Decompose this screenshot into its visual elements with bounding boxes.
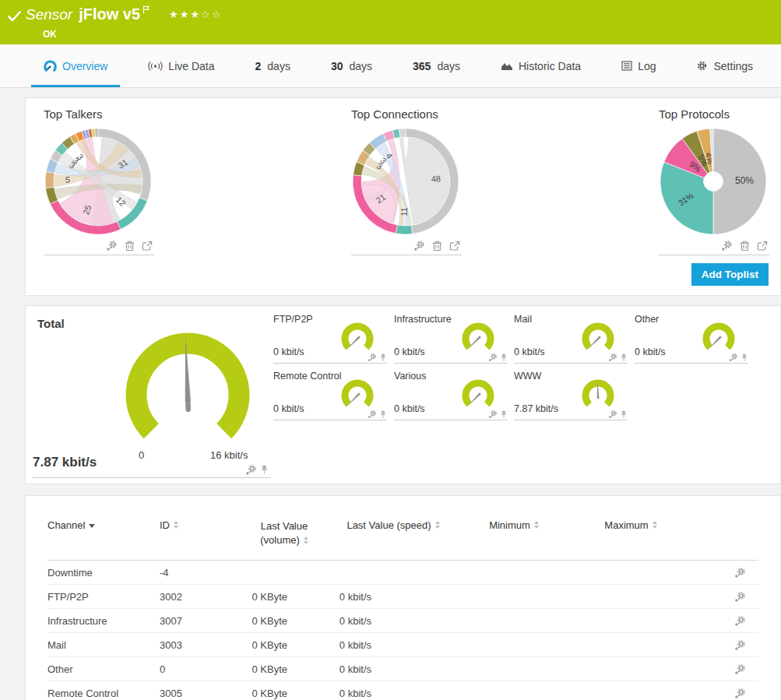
status-ok-check-icon bbox=[8, 11, 21, 22]
column-header-volume[interactable]: Last Value(volume) bbox=[237, 519, 331, 547]
cell-speed: 0 kbit/s bbox=[331, 688, 456, 699]
priority-stars[interactable]: ★★★☆☆ bbox=[169, 9, 222, 20]
channel-gauge-label: WWW bbox=[514, 371, 541, 382]
toplist-delete-trash-icon[interactable] bbox=[432, 240, 442, 252]
cell-volume: 0 KByte bbox=[237, 688, 331, 699]
tab-2-days[interactable]: 2days bbox=[255, 44, 290, 87]
channel-gauge-value: 0 kbit/s bbox=[514, 346, 545, 357]
channel-settings-gear-icon[interactable] bbox=[734, 567, 746, 579]
live-icon bbox=[148, 61, 163, 72]
channel-gauge-value: 0 kbit/s bbox=[394, 346, 425, 357]
tab-bar: OverviewLive Data2days30days365daysHisto… bbox=[0, 44, 781, 88]
toplist-top-protocols: Top Protocols50%31%9%5%4% bbox=[659, 107, 769, 255]
channel-gauge-label: Remote Control bbox=[273, 371, 342, 382]
toplist-delete-trash-icon[interactable] bbox=[740, 240, 750, 252]
channel-gauge-value: 0 kbit/s bbox=[394, 403, 425, 414]
tab-overview[interactable]: Overview bbox=[44, 44, 107, 87]
channel-gauge-value: 0 kbit/s bbox=[273, 403, 304, 414]
gauge-pin-pin-icon[interactable] bbox=[501, 410, 507, 419]
channel-settings-gear-icon[interactable] bbox=[734, 688, 746, 699]
gauge-settings-gear-icon[interactable] bbox=[245, 464, 257, 476]
tab-live-data[interactable]: Live Data bbox=[148, 44, 214, 87]
cell-speed: 0 kbit/s bbox=[331, 663, 456, 675]
channel-settings-gear-icon[interactable] bbox=[734, 615, 746, 627]
toplist-open-external-link-icon[interactable] bbox=[449, 241, 460, 252]
gauge-settings-gear-icon[interactable] bbox=[608, 353, 617, 362]
channel-gauge-label: Various bbox=[394, 371, 426, 382]
gauge-pin-pin-icon[interactable] bbox=[380, 354, 386, 362]
channel-gauge-value: 0 kbit/s bbox=[273, 346, 304, 357]
cell-channel: Mail bbox=[47, 639, 160, 651]
table-row-other[interactable]: Other00 KByte0 kbit/s bbox=[47, 657, 758, 681]
channel-gauge-dial bbox=[459, 378, 497, 413]
svg-text:48: 48 bbox=[431, 174, 441, 184]
tab-30-days[interactable]: 30days bbox=[331, 44, 372, 87]
toplist-open-external-link-icon[interactable] bbox=[142, 241, 153, 252]
cell-channel: Infrastructure bbox=[47, 615, 160, 627]
column-header-min[interactable]: Minimum bbox=[456, 519, 572, 531]
cell-volume: 0 KByte bbox=[237, 591, 331, 603]
cell-channel: Remote Control bbox=[47, 688, 160, 699]
table-row-remote-control[interactable]: Remote Control30050 KByte0 kbit/s bbox=[47, 681, 758, 700]
toplist-title: Top Connections bbox=[351, 107, 462, 121]
gauge-pin-pin-icon[interactable] bbox=[621, 410, 627, 419]
stars-filled: ★★★ bbox=[169, 9, 201, 20]
cell-channel: Downtime bbox=[47, 567, 160, 579]
toplist-open-external-link-icon[interactable] bbox=[757, 241, 768, 252]
sensor-name: jFlow v5 bbox=[79, 5, 140, 23]
column-label: Maximum bbox=[604, 519, 648, 531]
channel-gauge-dial bbox=[459, 321, 497, 357]
cell-channel: Other bbox=[47, 663, 160, 675]
total-gauge-block: Total 0 16 kbit/s 7.87 kbit/s bbox=[33, 312, 271, 478]
add-toplist-button[interactable]: Add Toplist bbox=[691, 263, 769, 286]
toplist-settings-gear-icon[interactable] bbox=[413, 240, 425, 252]
column-header-id[interactable]: ID bbox=[160, 519, 237, 531]
log-icon bbox=[621, 61, 632, 71]
tab-settings[interactable]: Settings bbox=[696, 44, 753, 87]
tab-log[interactable]: Log bbox=[621, 44, 656, 87]
gauge-settings-gear-icon[interactable] bbox=[608, 410, 617, 419]
tab-365-days[interactable]: 365days bbox=[413, 44, 460, 87]
channel-gauge-infrastructure: Infrastructure0 kbit/s bbox=[394, 314, 508, 364]
gauge-pin-pin-icon[interactable] bbox=[741, 354, 748, 362]
gauge-settings-gear-icon[interactable] bbox=[488, 353, 498, 362]
column-header-speed[interactable]: Last Value (speed) bbox=[331, 519, 456, 531]
gauge-settings-gear-icon[interactable] bbox=[368, 353, 377, 362]
table-row-downtime[interactable]: Downtime-4 bbox=[47, 561, 758, 585]
toplist-delete-trash-icon[interactable] bbox=[125, 240, 135, 252]
tab-number: 30 bbox=[331, 60, 343, 72]
tab-label: days bbox=[349, 60, 372, 72]
channel-settings-gear-icon[interactable] bbox=[734, 639, 746, 651]
toplist-settings-gear-icon[interactable] bbox=[721, 240, 733, 252]
gauge-pin-pin-icon[interactable] bbox=[501, 354, 507, 362]
toplist-settings-gear-icon[interactable] bbox=[106, 240, 118, 252]
flag-icon[interactable] bbox=[142, 5, 150, 14]
channel-gauge-label: Infrastructure bbox=[394, 314, 452, 325]
channel-gauge-label: Mail bbox=[514, 314, 532, 325]
channel-gauge-www: WWW7.87 kbit/s bbox=[514, 371, 628, 420]
table-row-ftp-p2p[interactable]: FTP/P2P30020 KByte0 kbit/s bbox=[47, 585, 758, 609]
sensor-status-badge: OK bbox=[43, 29, 222, 40]
cell-id: 3007 bbox=[160, 615, 237, 627]
column-header-channel[interactable]: Channel bbox=[47, 519, 160, 531]
gauge-settings-gear-icon[interactable] bbox=[729, 353, 738, 362]
gauge-pin-pin-icon[interactable] bbox=[261, 465, 268, 475]
channel-settings-gear-icon[interactable] bbox=[734, 663, 746, 675]
tab-historic-data[interactable]: Historic Data bbox=[501, 44, 581, 87]
column-header-max[interactable]: Maximum bbox=[572, 519, 689, 531]
cell-speed: 0 kbit/s bbox=[331, 591, 456, 603]
historic-icon bbox=[501, 61, 513, 71]
gauge-icon bbox=[44, 60, 57, 72]
channel-gauge-value: 0 kbit/s bbox=[635, 346, 666, 357]
column-label: Minimum bbox=[489, 519, 530, 531]
channel-gauge-label: FTP/P2P bbox=[273, 314, 313, 325]
table-row-infrastructure[interactable]: Infrastructure30070 KByte0 kbit/s bbox=[47, 609, 758, 633]
cell-channel: FTP/P2P bbox=[47, 591, 160, 603]
gauge-settings-gear-icon[interactable] bbox=[488, 410, 498, 419]
gauge-pin-pin-icon[interactable] bbox=[621, 354, 627, 362]
table-row-mail[interactable]: Mail30030 KByte0 kbit/s bbox=[47, 633, 758, 657]
gauge-settings-gear-icon[interactable] bbox=[368, 410, 377, 419]
channel-settings-gear-icon[interactable] bbox=[734, 591, 746, 603]
gauge-pin-pin-icon[interactable] bbox=[380, 410, 386, 419]
tab-label: Live Data bbox=[168, 60, 214, 72]
